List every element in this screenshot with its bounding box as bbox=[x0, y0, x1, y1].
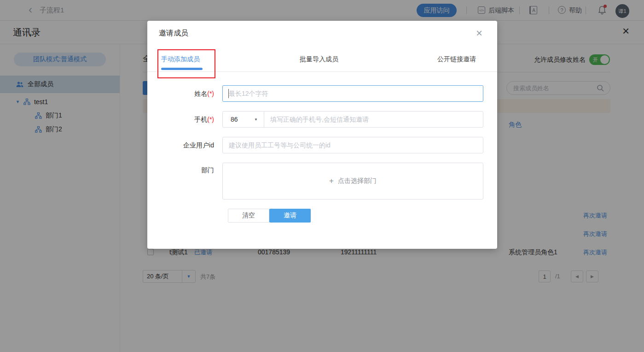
invite-button[interactable]: 邀请 bbox=[269, 209, 311, 223]
name-label: 姓名(*) bbox=[147, 90, 214, 98]
app-window: ‹ 子流程1 应用访问 </> 后端脚本 A ? 帮助 谭1 通讯录 × 团队模… bbox=[0, 0, 644, 352]
tab-public-link[interactable]: 公开链接邀请 bbox=[437, 55, 476, 64]
phone-input[interactable] bbox=[264, 111, 483, 127]
tab-batch-import[interactable]: 批量导入成员 bbox=[300, 55, 338, 64]
invite-member-modal: 邀请成员 × 手动添加成员 批量导入成员 公开链接邀请 姓名(*) 手机(*) … bbox=[147, 21, 497, 249]
clear-button[interactable]: 清空 bbox=[228, 209, 269, 223]
country-code-select[interactable]: 86 ▼ bbox=[223, 111, 264, 127]
userid-label: 企业用户id bbox=[147, 141, 214, 150]
required-mark: (*) bbox=[207, 90, 214, 97]
phone-field: 86 ▼ bbox=[222, 111, 483, 128]
userid-field bbox=[222, 137, 483, 153]
phone-label: 手机(*) bbox=[147, 116, 214, 124]
dept-picker[interactable]: + 点击选择部门 bbox=[222, 163, 483, 199]
userid-input[interactable] bbox=[223, 137, 483, 153]
plus-icon: + bbox=[329, 176, 334, 186]
annotation-highlight-box bbox=[157, 49, 215, 78]
name-input[interactable] bbox=[223, 86, 483, 101]
chevron-down-icon: ▼ bbox=[254, 117, 258, 122]
text-cursor bbox=[228, 89, 229, 98]
required-mark: (*) bbox=[207, 116, 214, 123]
country-code-value: 86 bbox=[231, 116, 238, 123]
dept-picker-label: 点击选择部门 bbox=[338, 177, 377, 185]
name-field bbox=[222, 85, 483, 102]
dept-label: 部门 bbox=[147, 166, 214, 175]
modal-title: 邀请成员 bbox=[159, 29, 188, 38]
modal-close-icon[interactable]: × bbox=[476, 27, 482, 40]
